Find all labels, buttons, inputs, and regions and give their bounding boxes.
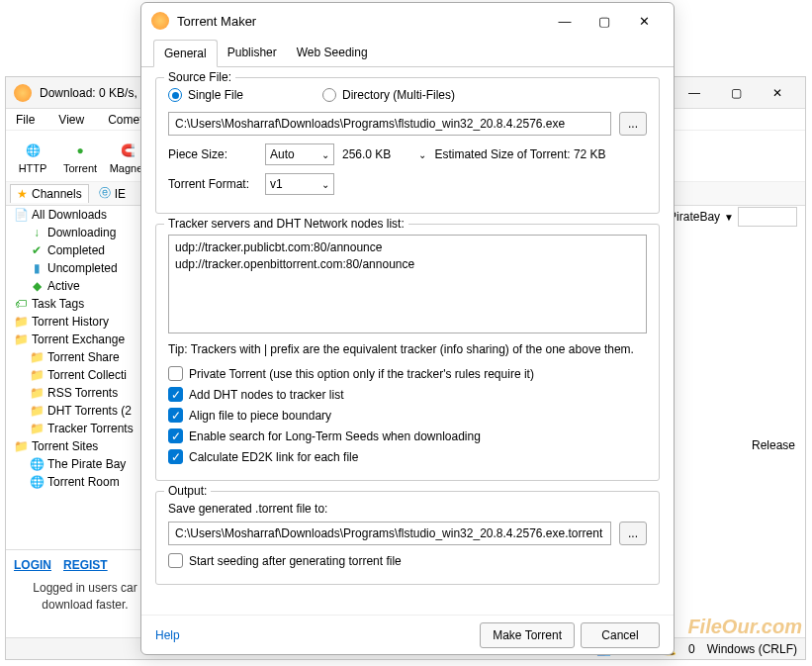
history-icon: 📁 [14,315,28,329]
chevron-down-icon: ⌄ [418,149,426,160]
piratebay-icon: 🌐 [30,457,44,471]
toolbar-http-button[interactable]: 🌐 HTTP [12,139,53,174]
minimize-button[interactable]: — [675,79,714,107]
share-icon: 📁 [30,350,44,364]
dialog-title: Torrent Maker [177,14,256,29]
folder-icon: ▮ [30,261,44,275]
release-label: Release [752,438,795,452]
down-arrow-icon: ↓ [30,226,44,239]
checkbox-icon: ✓ [168,449,183,464]
rss-icon: 📁 [30,386,44,400]
dialog-body: Source File: Single File Directory (Mult… [141,67,674,615]
checkbox-icon [168,553,183,568]
magnet-icon: 🧲 [116,139,139,162]
output-legend: Output: [164,484,211,498]
radio-directory[interactable]: Directory (Multi-Files) [322,88,455,102]
source-path-input[interactable]: C:\Users\Mosharraf\Downloads\Programs\fl… [168,112,611,136]
dialog-footer: Help Make Torrent Cancel [141,615,674,654]
check-icon: ✔ [30,243,44,257]
toolbar-torrent-button[interactable]: ● Torrent [59,139,101,174]
dialog-maximize-button[interactable]: ▢ [585,7,624,35]
output-save-label: Save generated .torrent file to: [168,502,647,516]
menu-view[interactable]: View [52,111,90,129]
checkbox-ed2k[interactable]: ✓ Calculate ED2K link for each file [168,449,647,464]
menu-file[interactable]: File [10,111,41,129]
dialog-close-button[interactable]: ✕ [624,7,664,35]
chevron-down-icon: ▼ [724,212,734,223]
checkbox-start-seeding[interactable]: Start seeding after generating torrent f… [168,553,647,568]
active-icon: ◆ [30,279,44,293]
help-link[interactable]: Help [155,628,180,642]
radio-dot-icon [322,88,336,102]
make-torrent-button[interactable]: Make Torrent [480,622,575,648]
exchange-icon: 📁 [14,333,28,346]
page-icon: 📄 [14,208,28,222]
register-link[interactable]: REGIST [63,558,108,572]
dialog-icon [151,12,169,30]
estimated-size-label: Estimated Size of Torrent: 72 KB [434,147,605,161]
source-file-legend: Source File: [164,70,235,84]
output-path-input[interactable]: C:\Users\Mosharraf\Downloads\Programs\fl… [168,522,611,545]
checkbox-add-dht[interactable]: ✓ Add DHT nodes to tracker list [168,387,647,402]
chevron-down-icon: ⌄ [321,179,329,190]
torrent-maker-dialog: Torrent Maker — ▢ ✕ General Publisher We… [140,2,675,655]
checkbox-icon: ✓ [168,428,183,443]
search-input[interactable] [738,207,797,227]
watermark: FileOur.com [687,616,802,638]
dialog-tabs: General Publisher Web Seeding [141,39,674,67]
window-title: Download: 0 KB/s, U [40,86,149,100]
piece-size-label: Piece Size: [168,147,257,161]
checkbox-private-torrent[interactable]: Private Torrent (use this option only if… [168,366,647,381]
checkbox-icon [168,366,183,381]
tab-general[interactable]: General [153,40,218,67]
tab-publisher[interactable]: Publisher [218,40,287,67]
status-mode: Windows (CRLF) [707,642,797,656]
sites-icon: 📁 [14,439,28,453]
radio-dot-icon [168,88,182,102]
ie-icon: ⓔ [99,185,111,202]
star-icon: ★ [17,187,28,201]
tab-webseeding[interactable]: Web Seeding [287,40,378,67]
tracker-icon: 📁 [30,422,44,435]
tag-icon: 🏷 [14,297,28,311]
room-icon: 🌐 [30,475,44,489]
checkbox-align-file[interactable]: ✓ Align file to piece boundary [168,408,647,423]
tracker-tip: Tip: Trackers with | prefix are the equi… [168,342,647,356]
output-group: Output: Save generated .torrent file to:… [155,491,660,585]
login-link[interactable]: LOGIN [14,558,51,572]
login-message: Logged in users car download faster. [14,580,156,614]
app-icon [14,84,32,102]
format-combo[interactable]: v1 ⌄ [265,173,334,195]
radio-single-file[interactable]: Single File [168,88,243,102]
browse-output-button[interactable]: ... [619,522,647,545]
tracker-legend: Tracker servers and DHT Network nodes li… [164,217,408,231]
close-button[interactable]: ✕ [758,79,797,107]
checkbox-longterm-seeds[interactable]: ✓ Enable search for Long-Term Seeds when… [168,428,647,443]
tab-ie[interactable]: ⓔ IE [93,183,132,204]
globe-icon: 🌐 [21,139,45,162]
collection-icon: 📁 [30,368,44,382]
status-count-2: 0 [688,642,695,656]
browse-source-button[interactable]: ... [619,112,647,136]
cancel-button[interactable]: Cancel [581,622,660,648]
maximize-button[interactable]: ▢ [716,79,756,107]
checkbox-icon: ✓ [168,387,183,402]
piece-size-combo[interactable]: Auto ⌄ [265,143,334,165]
piece-kb-value: 256.0 KB [342,147,391,161]
checkbox-icon: ✓ [168,408,183,423]
tracker-list-textarea[interactable] [168,235,647,333]
tracker-group: Tracker servers and DHT Network nodes li… [155,224,660,481]
dialog-titlebar: Torrent Maker — ▢ ✕ [141,3,674,39]
dialog-minimize-button[interactable]: — [545,7,585,35]
torrent-icon: ● [68,139,92,162]
format-label: Torrent Format: [168,177,257,191]
source-file-group: Source File: Single File Directory (Mult… [155,77,660,214]
dht-icon: 📁 [30,404,44,418]
tab-channels[interactable]: ★ Channels [10,184,89,203]
chevron-down-icon: ⌄ [321,149,329,160]
